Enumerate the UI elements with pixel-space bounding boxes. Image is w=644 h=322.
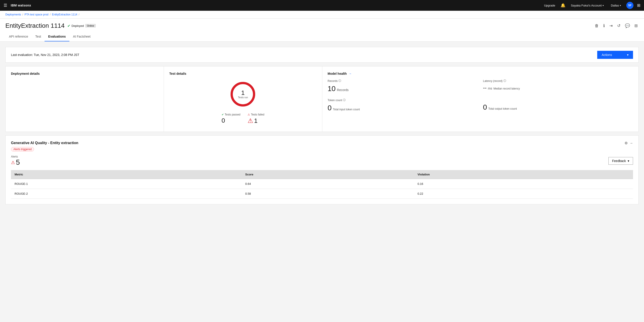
tab-ai-factsheet[interactable]: AI Factsheet	[70, 32, 94, 42]
actions-label: Actions	[602, 53, 612, 56]
chat-button[interactable]: 💬	[624, 22, 631, 29]
input-token-value: 0	[328, 104, 332, 112]
alerts-row: Alerts ⚠ 5 Feedback ▾	[11, 155, 633, 166]
breadcrumb-space[interactable]: PTA test space prod	[24, 13, 48, 16]
cell-metric-0: ROUGE-1	[11, 179, 242, 189]
output-token-sub: Total output token count	[488, 107, 517, 110]
table-row: ROUGE-2 0.58 0.22	[11, 189, 633, 199]
token-info-icon[interactable]: ⓘ	[343, 98, 346, 102]
latency-label: Latency (record) ⓘ	[483, 79, 633, 83]
cell-violation-1: 0.22	[414, 189, 633, 199]
tab-test[interactable]: Test	[32, 32, 45, 42]
pass-icon: ✔	[222, 113, 224, 116]
latency-value-row: -- ms Median record latency	[483, 84, 633, 91]
deployment-details-title: Deployment details	[11, 72, 158, 76]
eval-bar: Last evaluation: Tue, Nov 21, 2023, 2:08…	[5, 47, 639, 63]
records-label: Records ⓘ	[328, 79, 478, 83]
feedback-button[interactable]: Feedback ▾	[608, 157, 633, 165]
records-unit: Records	[337, 88, 348, 92]
tab-evaluations[interactable]: Evaluations	[44, 32, 70, 42]
breadcrumb-sep-3: /	[78, 13, 79, 16]
cell-score-0: 0.64	[242, 179, 414, 189]
filter-icon[interactable]: ⚙	[624, 141, 628, 145]
alert-tag: Alerts triggered	[11, 147, 34, 152]
tests-passed-stat: ✔ Tests passed 0	[222, 113, 240, 124]
genai-section: Generative AI Quality - Entity extractio…	[5, 136, 639, 204]
top-navigation: ☰ IBM watsonx Upgrade 🔔 Sayaka Fukui's A…	[0, 0, 644, 11]
tabs: API reference Test Evaluations AI Factsh…	[5, 32, 639, 42]
alerts-error-icon: ⚠	[11, 160, 15, 165]
section-header-left: Generative AI Quality - Entity extractio…	[11, 141, 78, 145]
model-health-arrow-icon[interactable]: →	[348, 72, 352, 76]
tests-passed-label: ✔ Tests passed	[222, 113, 240, 116]
history-button[interactable]: ↺	[616, 22, 622, 29]
region-chevron-icon: ▾	[620, 4, 621, 7]
records-value: 10	[328, 84, 336, 93]
main-content: Last evaluation: Tue, Nov 21, 2023, 2:08…	[0, 42, 644, 319]
page-title: EntityExtraction 1114	[5, 22, 65, 29]
alerts-label: Alerts	[11, 155, 20, 158]
notifications-icon[interactable]: 🔔	[560, 3, 566, 8]
latency-section: Latency (record) ⓘ -- ms Median record l…	[483, 79, 633, 93]
cell-violation-0: 0.16	[414, 179, 633, 189]
actions-chevron-icon: ▾	[627, 53, 628, 56]
delete-button[interactable]: 🗑	[594, 22, 600, 29]
alerts-info: Alerts ⚠ 5	[11, 155, 20, 166]
output-token-section: 0 Total output token count	[483, 98, 633, 112]
breadcrumb-sep-1: /	[22, 13, 23, 16]
metrics-table: Metric Score Violation ROUGE-1 0.64 0.16…	[11, 170, 633, 199]
output-token-label	[483, 98, 633, 101]
token-count-section: Token count ⓘ 0 Total input token count	[328, 98, 478, 112]
tests-passed-value: 0	[222, 117, 240, 124]
latency-info-icon[interactable]: ⓘ	[504, 79, 506, 83]
breadcrumb-entity[interactable]: EntityExtraction 1114	[52, 13, 77, 16]
section-title: Generative AI Quality - Entity extractio…	[11, 141, 78, 145]
deployed-label: Deployed	[72, 24, 84, 28]
input-token-row: 0 Total input token count	[328, 104, 478, 112]
breadcrumb-sep-2: /	[50, 13, 50, 16]
latency-value: --	[483, 84, 487, 91]
online-tag: Online	[85, 24, 96, 28]
cell-metric-1: ROUGE-2	[11, 189, 242, 199]
test-stats: ✔ Tests passed 0 ⚠ Tests failed	[222, 113, 264, 124]
share-button[interactable]: ⇥	[608, 22, 614, 29]
deployed-badge: ✔ Deployed Online	[68, 24, 96, 28]
latency-unit: ms	[488, 86, 492, 90]
last-eval-text: Last evaluation: Tue, Nov 21, 2023, 2:08…	[11, 53, 79, 56]
region-label: Dallas	[611, 4, 619, 7]
column-violation: Violation	[414, 170, 633, 179]
breadcrumb-deployments[interactable]: Deployments	[5, 13, 21, 16]
avatar-initials: SF	[628, 4, 632, 7]
apps-icon[interactable]: ⊞	[637, 3, 640, 8]
output-token-row: 0 Total output token count	[483, 103, 633, 112]
hamburger-icon[interactable]: ☰	[4, 3, 7, 8]
account-chevron-icon: ▾	[602, 4, 604, 7]
column-score: Score	[242, 170, 414, 179]
tab-api-reference[interactable]: API reference	[5, 32, 32, 42]
donut-center: 1 Tests run	[238, 90, 248, 99]
info-button[interactable]: ℹ	[602, 22, 606, 29]
latency-sub: Median record latency	[493, 87, 520, 90]
feedback-chevron-icon: ▾	[628, 159, 629, 163]
account-menu[interactable]: Sayaka Fukui's Account ▾	[569, 4, 606, 7]
grid-button[interactable]: ⊞	[634, 22, 639, 29]
records-value-row: 10 Records	[328, 84, 478, 93]
alerts-value: ⚠ 5	[11, 158, 20, 166]
actions-button[interactable]: Actions ▾	[597, 51, 633, 59]
table-row: ROUGE-1 0.64 0.16	[11, 179, 633, 189]
output-token-value: 0	[483, 103, 487, 112]
donut-chart: 1 Tests run	[230, 81, 256, 108]
cell-score-1: 0.58	[242, 189, 414, 199]
page-header: EntityExtraction 1114 ✔ Deployed Online …	[0, 18, 644, 42]
records-info-icon[interactable]: ⓘ	[338, 79, 341, 83]
donut-label: Tests run	[238, 96, 248, 99]
model-health-grid: Records ⓘ 10 Records Latency (record) ⓘ	[328, 79, 633, 112]
region-menu[interactable]: Dallas ▾	[609, 4, 623, 7]
navigate-icon[interactable]: →	[630, 141, 633, 145]
tests-failed-value: ⚠ 1	[248, 117, 264, 124]
test-details-card: Test details 1 Tests run	[164, 66, 322, 132]
avatar[interactable]: SF	[626, 2, 634, 9]
upgrade-link[interactable]: Upgrade	[542, 4, 557, 7]
deployment-details-card: Deployment details	[6, 66, 164, 132]
deployed-check-icon: ✔	[68, 24, 70, 28]
